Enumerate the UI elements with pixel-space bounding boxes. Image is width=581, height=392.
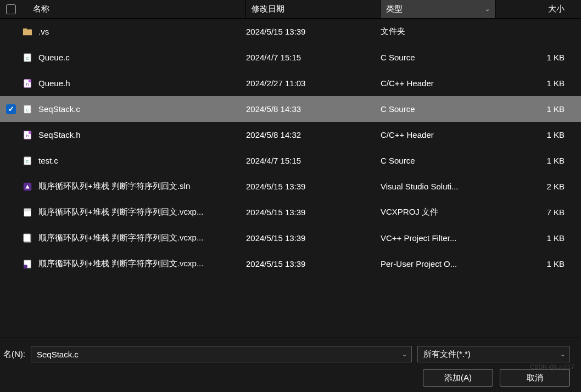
file-name: .vs bbox=[38, 27, 49, 36]
column-header-name-label: 名称 bbox=[33, 4, 49, 14]
table-row[interactable]: CQueue.c2024/4/7 15:15C Source1 KB bbox=[0, 44, 581, 70]
column-header-name[interactable]: 名称 bbox=[22, 0, 246, 18]
svg-text:C: C bbox=[26, 107, 29, 112]
row-type-cell: C/C++ Header bbox=[381, 79, 496, 88]
row-type-cell: VCXPROJ 文件 bbox=[381, 207, 496, 217]
file-list: .vs2024/5/15 13:39文件夹CQueue.c2024/4/7 15… bbox=[0, 19, 581, 338]
dialog-footer: 名(N): SeqStack.c ⌄ 所有文件(*.*) ⌄ 添加(A) 取消 bbox=[0, 338, 581, 392]
row-size-cell: 1 KB bbox=[496, 233, 581, 243]
svg-rect-22 bbox=[24, 233, 31, 241]
c-file-icon: C bbox=[22, 155, 33, 166]
file-name: 顺序循环队列+堆栈 判断字符序列回文.vcxp... bbox=[38, 207, 203, 217]
cancel-button[interactable]: 取消 bbox=[500, 369, 570, 387]
file-name: Queue.c bbox=[38, 53, 70, 62]
row-checkbox-cell[interactable] bbox=[0, 104, 22, 114]
column-header-type-label: 类型 bbox=[386, 4, 403, 14]
file-type-filter[interactable]: 所有文件(*.*) ⌄ bbox=[417, 346, 570, 362]
row-size-cell: 1 KB bbox=[496, 156, 581, 165]
row-date-cell: 2024/5/15 13:39 bbox=[246, 259, 381, 268]
row-size-cell: 1 KB bbox=[496, 259, 581, 268]
row-name-cell[interactable]: .vs bbox=[22, 26, 246, 37]
table-row[interactable]: 顺序循环队列+堆栈 判断字符序列回文.sln2024/5/15 13:39Vis… bbox=[0, 173, 581, 199]
row-size-cell: 1 KB bbox=[496, 79, 581, 88]
row-size-cell: 1 KB bbox=[496, 104, 581, 114]
table-row[interactable]: 顺序循环队列+堆栈 判断字符序列回文.vcxp...2024/5/15 13:3… bbox=[0, 251, 581, 277]
row-size-cell: 7 KB bbox=[496, 208, 581, 217]
svg-point-7 bbox=[29, 79, 31, 82]
table-row[interactable]: 顺序循环队列+堆栈 判断字符序列回文.vcxp...2024/5/15 13:3… bbox=[0, 225, 581, 251]
filename-value: SeqStack.c bbox=[37, 350, 79, 359]
folder-icon bbox=[22, 26, 33, 37]
filters-icon bbox=[22, 233, 33, 244]
file-name: 顺序循环队列+堆栈 判断字符序列回文.vcxp... bbox=[38, 233, 203, 243]
table-row[interactable]: hSeqStack.h2024/5/8 14:32C/C++ Header1 K… bbox=[0, 122, 581, 148]
row-date-cell: 2024/4/7 15:15 bbox=[246, 156, 381, 165]
table-row[interactable]: Ctest.c2024/4/7 15:15C Source1 KB bbox=[0, 148, 581, 173]
column-header-date[interactable]: 修改日期 bbox=[246, 0, 381, 18]
row-name-cell[interactable]: hQueue.h bbox=[22, 78, 246, 89]
chevron-down-icon[interactable]: ⌄ bbox=[560, 351, 565, 358]
row-type-cell: VC++ Project Filter... bbox=[381, 233, 496, 243]
chevron-down-icon[interactable]: ⌄ bbox=[402, 351, 407, 358]
file-name: SeqStack.c bbox=[38, 104, 80, 114]
row-type-cell: C/C++ Header bbox=[381, 130, 496, 139]
row-name-cell[interactable]: 顺序循环队列+堆栈 判断字符序列回文.vcxp... bbox=[22, 207, 246, 218]
file-name: SeqStack.h bbox=[38, 130, 81, 139]
h-file-icon: h bbox=[22, 78, 33, 89]
svg-point-14 bbox=[29, 131, 31, 133]
file-name: 顺序循环队列+堆栈 判断字符序列回文.sln bbox=[38, 181, 190, 192]
row-size-cell: 2 KB bbox=[496, 182, 581, 191]
add-button[interactable]: 添加(A) bbox=[423, 369, 493, 387]
h-file-icon: h bbox=[22, 130, 33, 141]
column-header-type[interactable]: 类型 ⌄ bbox=[381, 0, 496, 18]
svg-rect-1 bbox=[23, 28, 27, 30]
table-row[interactable]: .vs2024/5/15 13:39文件夹 bbox=[0, 19, 581, 44]
table-row[interactable]: CSeqStack.c2024/5/8 14:33C Source1 KB bbox=[0, 96, 581, 122]
filter-value: 所有文件(*.*) bbox=[423, 349, 471, 360]
row-date-cell: 2024/4/7 15:15 bbox=[246, 53, 381, 62]
chevron-down-icon: ⌄ bbox=[485, 5, 490, 13]
filename-label: 名(N): bbox=[0, 349, 25, 360]
row-name-cell[interactable]: CQueue.c bbox=[22, 52, 246, 63]
user-icon bbox=[22, 259, 33, 270]
cancel-button-label: 取消 bbox=[527, 373, 543, 383]
c-file-icon: C bbox=[22, 104, 33, 115]
row-name-cell[interactable]: 顺序循环队列+堆栈 判断字符序列回文.vcxp... bbox=[22, 259, 246, 270]
row-date-cell: 2024/5/8 14:32 bbox=[246, 130, 381, 139]
row-size-cell: 1 KB bbox=[496, 130, 581, 139]
column-header-size-label: 大小 bbox=[548, 4, 565, 14]
row-name-cell[interactable]: CSeqStack.c bbox=[22, 104, 246, 115]
file-name: test.c bbox=[38, 156, 58, 165]
column-header-row: 名称 修改日期 类型 ⌄ 大小 bbox=[0, 0, 581, 19]
svg-text:C: C bbox=[26, 55, 29, 60]
svg-text:h: h bbox=[26, 133, 29, 138]
row-name-cell[interactable]: 顺序循环队列+堆栈 判断字符序列回文.sln bbox=[22, 181, 246, 192]
row-date-cell: 2024/2/27 11:03 bbox=[246, 79, 381, 88]
row-type-cell: 文件夹 bbox=[381, 26, 496, 37]
row-name-cell[interactable]: hSeqStack.h bbox=[22, 130, 246, 141]
sln-icon bbox=[22, 181, 33, 192]
header-select-all[interactable] bbox=[0, 0, 22, 18]
table-row[interactable]: 顺序循环队列+堆栈 判断字符序列回文.vcxp...2024/5/15 13:3… bbox=[0, 199, 581, 225]
file-name: 顺序循环队列+堆栈 判断字符序列回文.vcxp... bbox=[38, 259, 203, 269]
row-name-cell[interactable]: Ctest.c bbox=[22, 155, 246, 166]
checkbox-icon[interactable] bbox=[6, 104, 16, 114]
row-date-cell: 2024/5/15 13:39 bbox=[246, 233, 381, 243]
row-name-cell[interactable]: 顺序循环队列+堆栈 判断字符序列回文.vcxp... bbox=[22, 233, 246, 244]
column-header-date-label: 修改日期 bbox=[252, 4, 284, 14]
checkbox-icon[interactable] bbox=[6, 4, 16, 14]
add-button-label: 添加(A) bbox=[444, 373, 472, 383]
row-size-cell: 1 KB bbox=[496, 53, 581, 62]
filename-input[interactable]: SeqStack.c ⌄ bbox=[31, 346, 412, 362]
row-type-cell: Visual Studio Soluti... bbox=[381, 182, 496, 191]
table-row[interactable]: hQueue.h2024/2/27 11:03C/C++ Header1 KB bbox=[0, 70, 581, 96]
row-date-cell: 2024/5/15 13:39 bbox=[246, 27, 381, 36]
row-type-cell: C Source bbox=[381, 53, 496, 62]
svg-text:h: h bbox=[26, 81, 29, 86]
row-date-cell: 2024/5/15 13:39 bbox=[246, 182, 381, 191]
file-name: Queue.h bbox=[38, 79, 70, 88]
row-date-cell: 2024/5/15 13:39 bbox=[246, 208, 381, 217]
svg-point-24 bbox=[24, 264, 27, 268]
row-type-cell: C Source bbox=[381, 156, 496, 165]
column-header-size[interactable]: 大小 bbox=[496, 0, 581, 18]
